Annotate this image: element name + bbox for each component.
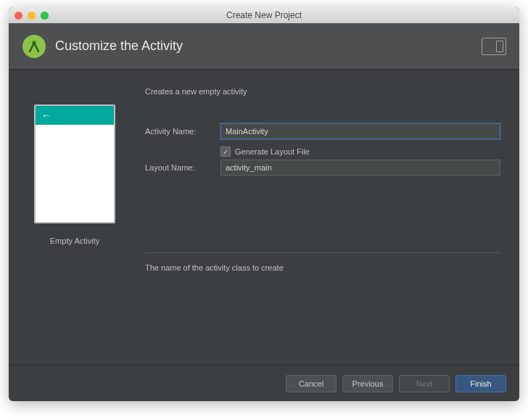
activity-name-row: Activity Name:: [145, 123, 500, 139]
content-area: ← Empty Activity Creates a new empty act…: [9, 70, 519, 365]
layout-name-input[interactable]: [220, 160, 500, 176]
preview-appbar: ←: [36, 106, 114, 125]
wizard-footer: Cancel Previous Next Finish: [9, 365, 519, 401]
cancel-button[interactable]: Cancel: [286, 375, 337, 392]
layout-name-label: Layout Name:: [145, 163, 220, 172]
checkmark-icon: ✓: [223, 148, 228, 156]
previous-button[interactable]: Previous: [342, 375, 393, 392]
preview-label: Empty Activity: [50, 236, 99, 245]
svg-point-1: [33, 41, 36, 44]
generate-layout-checkbox[interactable]: ✓: [220, 147, 231, 157]
android-studio-icon: [22, 34, 46, 59]
finish-button[interactable]: Finish: [455, 375, 506, 392]
help-text: The name of the activity class to create: [145, 263, 500, 272]
header-title: Customize the Activity: [55, 38, 482, 54]
layout-name-row: Layout Name:: [145, 160, 500, 176]
device-selector-icon[interactable]: [482, 38, 506, 55]
activity-name-input[interactable]: [220, 123, 500, 139]
generate-layout-row[interactable]: ✓ Generate Layout File: [220, 147, 500, 157]
activity-preview: ←: [34, 104, 115, 223]
form-description: Creates a new empty activity: [145, 87, 500, 96]
svg-point-0: [22, 35, 46, 58]
back-arrow-icon: ←: [41, 110, 51, 121]
titlebar: Create New Project: [9, 7, 519, 23]
activity-name-label: Activity Name:: [145, 127, 220, 136]
form-column: Creates a new empty activity Activity Na…: [145, 87, 500, 365]
divider: [145, 252, 500, 253]
generate-layout-label: Generate Layout File: [235, 147, 310, 156]
wizard-window: Create New Project Customize the Activit…: [9, 7, 519, 401]
wizard-header: Customize the Activity: [9, 23, 519, 70]
preview-column: ← Empty Activity: [28, 87, 122, 365]
window-title: Create New Project: [9, 10, 519, 20]
next-button: Next: [399, 375, 450, 392]
